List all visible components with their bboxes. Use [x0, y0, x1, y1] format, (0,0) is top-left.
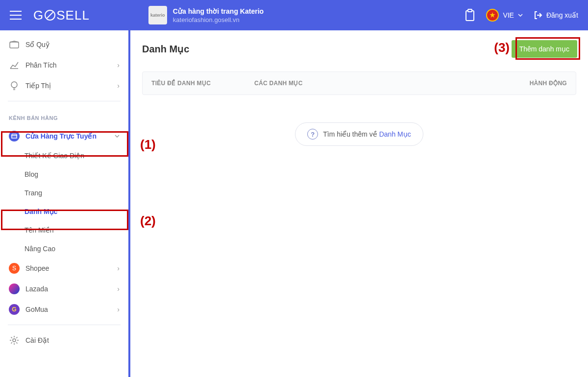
- sidebar-item-settings[interactable]: Cài Đặt: [0, 330, 128, 351]
- sidebar-sub-trang[interactable]: Trang: [0, 184, 128, 202]
- sidebar-section-title: KÊNH BÁN HÀNG: [0, 106, 128, 126]
- sidebar-item-label: Shopee: [25, 264, 49, 272]
- chevron-right-icon: ›: [117, 306, 120, 313]
- app-logo[interactable]: GSELL: [33, 8, 90, 23]
- svg-rect-5: [10, 42, 19, 48]
- top-header: GSELL katerio Cửa hàng thời trang Kateri…: [0, 0, 588, 30]
- col-action: HÀNH ĐỘNG: [513, 80, 567, 87]
- language-selector[interactable]: VIE: [486, 9, 523, 22]
- shopee-icon: S: [9, 263, 20, 274]
- lazada-icon: [9, 283, 20, 294]
- bulb-icon: [9, 80, 20, 91]
- sidebar-item-label: GoMua: [25, 306, 48, 313]
- store-info[interactable]: katerio Cửa hàng thời trang Katerio kate…: [148, 6, 264, 24]
- sidebar-item-so-quy[interactable]: Sổ Quỹ: [0, 34, 128, 55]
- gear-icon: [9, 335, 20, 346]
- menu-toggle-icon[interactable]: [10, 11, 22, 20]
- svg-point-6: [11, 82, 17, 88]
- sidebar-sub-blog[interactable]: Blog: [0, 165, 128, 184]
- sidebar-item-label: Cửa Hàng Trực Tuyến: [25, 132, 97, 140]
- svg-rect-3: [468, 9, 472, 12]
- sidebar-item-lazada[interactable]: Lazada ›: [0, 279, 128, 299]
- sidebar-item-label: Cài Đặt: [25, 336, 49, 344]
- sidebar-sub-thiet-ke[interactable]: Thiết Kế Giao Diện: [0, 146, 128, 165]
- annotation-label-2: (2): [140, 213, 156, 229]
- divider: [8, 325, 121, 325]
- svg-rect-7: [12, 136, 17, 138]
- chevron-right-icon: ›: [117, 61, 120, 69]
- help-icon: ?: [307, 129, 318, 140]
- sidebar-item-label: Lazada: [25, 285, 48, 293]
- sidebar-item-phan-tich[interactable]: Phân Tích ›: [0, 55, 128, 75]
- sidebar-sub-nang-cao[interactable]: Nâng Cao: [0, 239, 128, 258]
- learn-more-link[interactable]: ? Tìm hiểu thêm về Danh Mục: [295, 122, 423, 146]
- store-icon: [9, 131, 20, 141]
- sidebar-item-gomua[interactable]: G GoMua ›: [0, 299, 128, 320]
- chevron-down-icon: [518, 14, 523, 17]
- add-category-button[interactable]: Thêm danh mục: [512, 40, 577, 58]
- sidebar-item-label: Phân Tích: [25, 61, 57, 69]
- chevron-right-icon: ›: [117, 264, 120, 272]
- sidebar-item-tiep-thi[interactable]: Tiếp Thị ›: [0, 75, 128, 96]
- annotation-label-3: (3): [494, 40, 510, 55]
- sidebar: Sổ Quỹ Phân Tích › Tiếp Thị › KÊNH BÁN H…: [0, 30, 130, 377]
- chevron-right-icon: ›: [117, 285, 120, 293]
- logout-button[interactable]: Đăng xuất: [534, 11, 578, 20]
- store-thumb-icon: katerio: [148, 6, 167, 24]
- sidebar-sub-ten-mien[interactable]: Tên Miền: [0, 221, 128, 239]
- learn-more-prefix: Tìm hiểu thêm về: [323, 130, 379, 138]
- col-categories: CÁC DANH MỤC: [254, 80, 513, 87]
- learn-more-target: Danh Mục: [379, 130, 411, 138]
- divider: [8, 101, 121, 101]
- logout-label: Đăng xuất: [546, 11, 578, 19]
- svg-marker-4: [490, 12, 495, 18]
- sidebar-item-label: Sổ Quỹ: [25, 41, 49, 48]
- store-name: Cửa hàng thời trang Katerio: [173, 7, 264, 16]
- annotation-label-1: (1): [140, 137, 156, 152]
- sidebar-sub-danh-muc[interactable]: Danh Mục: [0, 202, 128, 221]
- sidebar-item-online-store[interactable]: Cửa Hàng Trực Tuyến: [0, 126, 128, 146]
- wallet-icon: [9, 39, 20, 50]
- category-table-header: TIÊU ĐỀ DANH MỤC CÁC DANH MỤC HÀNH ĐỘNG: [142, 71, 576, 95]
- lang-label: VIE: [503, 11, 514, 19]
- chevron-right-icon: ›: [117, 82, 120, 90]
- logout-icon: [534, 11, 542, 20]
- store-url: kateriofashion.gosell.vn: [173, 16, 264, 24]
- analytics-icon: [9, 60, 20, 71]
- sidebar-item-label: Tiếp Thị: [25, 82, 51, 90]
- flag-vn-icon: [486, 9, 499, 22]
- col-title: TIÊU ĐỀ DANH MỤC: [151, 80, 254, 87]
- sidebar-item-shopee[interactable]: S Shopee ›: [0, 258, 128, 279]
- gomua-icon: G: [9, 304, 20, 315]
- clipboard-icon[interactable]: [465, 9, 475, 22]
- chevron-down-icon: [115, 135, 120, 138]
- svg-line-1: [47, 12, 53, 18]
- svg-point-8: [13, 339, 16, 342]
- main-content: Danh Mục Thêm danh mục (3) (1) (2) TIÊU …: [130, 30, 588, 377]
